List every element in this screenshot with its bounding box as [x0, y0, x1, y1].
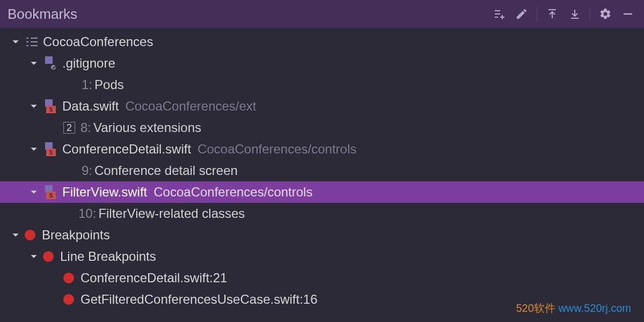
- panel-title: Bookmarks: [8, 6, 77, 23]
- bookmark-item[interactable]: 10: FilterView-related classes: [0, 203, 644, 224]
- minimize-icon[interactable]: [618, 4, 638, 24]
- file-name: Data.swift: [62, 99, 119, 114]
- header-actions: [489, 4, 638, 24]
- breakpoint-location: GetFilteredConferencesUseCase.swift:16: [80, 292, 318, 307]
- separator: [590, 7, 590, 21]
- bookmark-desc: Various extensions: [93, 120, 201, 135]
- file-node-filter-view[interactable]: S FilterView.swift CocoaConferences/cont…: [0, 181, 644, 203]
- bookmark-item[interactable]: 9: Conference detail screen: [0, 160, 644, 181]
- bookmark-desc: FilterView-related classes: [98, 206, 245, 221]
- swift-file-icon: S: [43, 99, 57, 113]
- bookmark-item[interactable]: 2 8: Various extensions: [0, 117, 644, 138]
- file-node-gitignore[interactable]: .gitignore: [0, 53, 644, 74]
- breakpoint-icon: [63, 294, 74, 305]
- chevron-down-icon[interactable]: [10, 229, 21, 241]
- chevron-down-icon[interactable]: [28, 100, 40, 112]
- chevron-down-icon[interactable]: [28, 251, 40, 262]
- breakpoint-item[interactable]: ConferenceDetail.swift:21: [0, 267, 644, 289]
- settings-icon[interactable]: [596, 4, 615, 24]
- watermark: 520软件 www.520rj.com: [516, 301, 631, 316]
- bookmark-line: 9:: [82, 163, 92, 178]
- bookmark-desc: Pods: [94, 77, 124, 92]
- file-name: .gitignore: [62, 56, 115, 71]
- chevron-down-icon[interactable]: [28, 57, 40, 69]
- project-label: CocoaConferences: [43, 34, 153, 49]
- move-down-icon[interactable]: [565, 4, 584, 24]
- project-node[interactable]: CocoaConferences: [0, 31, 644, 53]
- separator: [537, 7, 537, 21]
- breakpoint-icon: [25, 230, 35, 240]
- add-list-icon[interactable]: [489, 4, 509, 24]
- chevron-down-icon[interactable]: [28, 143, 40, 155]
- file-path: CocoaConferences/controls: [153, 185, 312, 200]
- file-path: CocoaConferences/ext: [125, 99, 256, 114]
- file-node-conference-detail[interactable]: S ConferenceDetail.swift CocoaConference…: [0, 138, 644, 160]
- line-breakpoints-node[interactable]: Line Breakpoints: [0, 246, 644, 267]
- panel-header: Bookmarks: [0, 0, 644, 28]
- bookmark-line: 1:: [82, 77, 92, 92]
- gitignore-file-icon: [43, 56, 57, 70]
- swift-file-icon: S: [43, 142, 57, 156]
- bookmarks-tree: CocoaConferences .gitignore 1: Pods S Da…: [0, 28, 644, 310]
- swift-file-icon: S: [43, 185, 57, 199]
- file-path: CocoaConferences/controls: [197, 142, 356, 157]
- chevron-down-icon[interactable]: [10, 36, 21, 48]
- breakpoint-icon: [63, 273, 74, 283]
- breakpoints-label: Breakpoints: [42, 228, 110, 243]
- breakpoint-icon: [43, 251, 54, 262]
- bookmark-line: 8:: [80, 120, 91, 135]
- bookmark-line: 10:: [78, 206, 96, 221]
- file-name: FilterView.swift: [62, 185, 147, 200]
- breakpoint-location: ConferenceDetail.swift:21: [80, 270, 227, 286]
- breakpoints-node[interactable]: Breakpoints: [0, 224, 644, 246]
- bookmark-item[interactable]: 1: Pods: [0, 74, 644, 96]
- file-name: ConferenceDetail.swift: [62, 142, 191, 157]
- line-breakpoints-label: Line Breakpoints: [60, 249, 156, 264]
- chevron-down-icon[interactable]: [28, 186, 40, 198]
- bookmark-mnemonic: 2: [63, 122, 75, 134]
- edit-icon[interactable]: [512, 4, 531, 24]
- file-node-data[interactable]: S Data.swift CocoaConferences/ext: [0, 96, 644, 117]
- bookmark-desc: Conference detail screen: [94, 163, 238, 178]
- bookmark-list-icon: [25, 36, 39, 48]
- move-up-icon[interactable]: [543, 4, 562, 24]
